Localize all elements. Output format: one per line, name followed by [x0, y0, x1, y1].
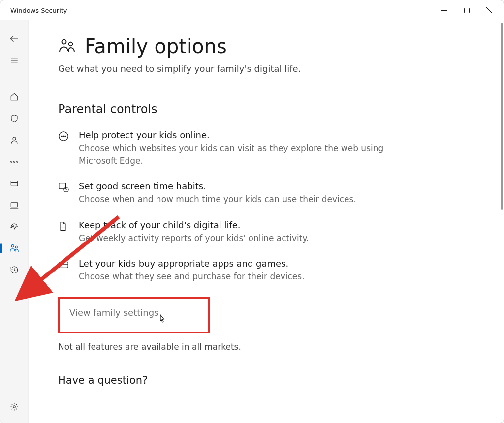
sidebar-item-account-protection[interactable] [4, 131, 25, 149]
maximize-button[interactable] [455, 2, 478, 18]
report-icon [58, 220, 69, 245]
sidebar-item-protection-history[interactable] [4, 261, 25, 279]
menu-button[interactable] [4, 52, 25, 69]
svg-point-18 [69, 42, 73, 46]
section-parental-controls: Parental controls [58, 102, 484, 116]
feature-activity-report: Keep track of your child's digital life.… [58, 220, 412, 245]
back-button[interactable] [4, 30, 25, 48]
disclaimer-text: Not all features are available in all ma… [58, 342, 484, 352]
card-icon [58, 258, 69, 283]
feature-desc: Choose what they see and purchase for th… [79, 271, 412, 283]
feature-screen-time: Set good screen time habits. Choose when… [58, 181, 412, 206]
link-label: View family settings [69, 307, 159, 318]
scrollbar-thumb[interactable] [501, 23, 503, 210]
feature-desc: Get weekly activity reports of your kids… [79, 232, 412, 245]
family-icon [58, 37, 76, 55]
sidebar-item-settings[interactable] [4, 398, 25, 416]
svg-point-15 [15, 246, 17, 248]
sidebar-item-family-options[interactable] [4, 240, 25, 257]
view-family-settings-link[interactable]: View family settings [58, 297, 210, 333]
feature-title: Let your kids buy appropriate apps and g… [79, 258, 412, 269]
svg-point-20 [61, 136, 62, 137]
svg-rect-28 [59, 262, 68, 268]
svg-point-9 [14, 161, 15, 163]
svg-point-21 [63, 136, 64, 137]
feature-title: Help protect your kids online. [79, 130, 412, 140]
svg-point-17 [62, 40, 66, 44]
sidebar-item-virus-protection[interactable] [4, 110, 25, 127]
cursor-pointer-icon [157, 313, 167, 325]
sidebar-item-device-security[interactable] [4, 196, 25, 214]
page-subtitle: Get what you need to simplify your famil… [58, 63, 484, 74]
svg-rect-12 [11, 203, 18, 207]
sidebar-item-home[interactable] [4, 88, 25, 106]
content-region: Family options Get what you need to simp… [29, 20, 504, 423]
feature-title: Set good screen time habits. [79, 181, 412, 191]
window-titlebar: Windows Security [0, 0, 504, 20]
sidebar-item-app-browser-control[interactable] [4, 175, 25, 192]
sidebar-item-device-performance[interactable] [4, 218, 25, 236]
page-title: Family options [85, 35, 227, 58]
svg-point-14 [11, 245, 14, 247]
globe-ellipsis-icon [58, 130, 69, 167]
sidebar [0, 20, 29, 423]
screen-time-icon [58, 181, 69, 206]
minimize-button[interactable] [433, 2, 455, 18]
svg-point-16 [13, 406, 16, 408]
svg-rect-1 [464, 8, 469, 13]
svg-rect-10 [11, 181, 18, 186]
svg-point-8 [13, 137, 16, 140]
feature-protect-online: Help protect your kids online. Choose wh… [58, 130, 412, 167]
feature-desc: Choose when and how much time your kids … [79, 193, 412, 206]
feature-apps-games: Let your kids buy appropriate apps and g… [58, 258, 412, 283]
feature-desc: Choose which websites your kids can visi… [79, 142, 412, 167]
close-button[interactable] [478, 2, 501, 18]
svg-point-22 [65, 136, 66, 137]
section-have-question: Have a question? [58, 374, 484, 386]
feature-title: Keep track of your child's digital life. [79, 220, 412, 230]
window-title: Windows Security [10, 7, 67, 14]
sidebar-item-firewall[interactable] [4, 153, 25, 171]
